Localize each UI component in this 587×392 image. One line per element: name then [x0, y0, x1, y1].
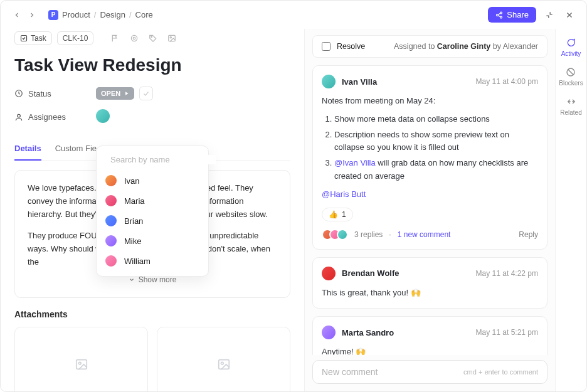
comment-input[interactable] — [322, 367, 463, 377]
svg-point-12 — [170, 37, 171, 38]
assignee-avatar[interactable] — [96, 109, 110, 123]
comment-author: Ivan Villa — [342, 77, 377, 87]
svg-point-17 — [78, 362, 81, 364]
image-button[interactable] — [165, 31, 179, 45]
comment-time: May 11 at 5:21 pm — [476, 328, 538, 337]
breadcrumb-root[interactable]: Product — [62, 10, 90, 19]
play-icon — [124, 91, 129, 96]
chat-icon — [566, 38, 576, 48]
breadcrumb: P Product / Design / Core — [48, 10, 153, 20]
assignee-option-william[interactable]: William — [97, 251, 208, 271]
avatar — [105, 235, 117, 246]
avatar — [322, 75, 336, 88]
resolve-checkbox[interactable] — [322, 42, 331, 51]
tag-button[interactable] — [146, 31, 160, 45]
tab-details[interactable]: Details — [14, 139, 41, 161]
assignee-option-maria[interactable]: Maria — [97, 191, 208, 211]
reply-button[interactable]: Reply — [519, 230, 538, 239]
assignee-option-ivan[interactable]: Ivan — [97, 171, 208, 191]
avatar — [105, 195, 117, 206]
comment-list-item: Show more meta data on collapse sections — [334, 113, 538, 126]
assignee-option-brian[interactable]: Brian — [97, 211, 208, 231]
svg-point-19 — [221, 362, 223, 364]
reply-avatars — [322, 229, 348, 240]
resolve-label: Resolve — [337, 42, 365, 51]
svg-point-8 — [132, 35, 137, 41]
svg-point-1 — [497, 14, 499, 16]
close-button[interactable] — [563, 8, 576, 22]
comment-list-item: Description needs to show some preview t… — [334, 129, 538, 155]
comment-author: Marta Sandro — [342, 328, 394, 337]
task-type-pill[interactable]: Task — [14, 31, 52, 45]
image-placeholder-icon — [217, 358, 231, 371]
svg-point-2 — [500, 16, 502, 18]
svg-line-23 — [568, 70, 573, 75]
svg-rect-18 — [218, 360, 229, 369]
comment-time: May 11 at 4:22 pm — [476, 269, 538, 278]
person-icon — [14, 113, 23, 122]
comment: Marta Sandro May 11 at 5:21 pm Anytime! … — [312, 316, 547, 355]
collapse-button[interactable] — [542, 8, 556, 22]
svg-line-4 — [499, 13, 500, 14]
comment: Ivan Villa May 11 at 4:00 pm Notes from … — [312, 65, 547, 250]
assignee-search-input[interactable] — [110, 155, 216, 164]
assignees-label: Assignees — [14, 112, 96, 122]
svg-point-15 — [18, 114, 21, 117]
assignee-option-mike[interactable]: Mike — [97, 231, 208, 251]
chevron-down-icon — [129, 277, 135, 283]
page-title: Task View Redesign — [14, 55, 290, 75]
rail-related[interactable]: Related — [560, 97, 581, 116]
comment-time: May 11 at 4:00 pm — [476, 77, 538, 86]
svg-point-0 — [500, 12, 502, 14]
block-icon — [566, 67, 576, 77]
svg-point-10 — [151, 36, 152, 38]
share-icon — [495, 11, 503, 19]
tab-custom-fields[interactable]: Custom Fie — [55, 139, 97, 161]
related-icon — [566, 97, 576, 107]
attachments-heading: Attachments — [14, 309, 290, 319]
share-button[interactable]: Share — [488, 7, 536, 23]
mention[interactable]: @Haris Butt — [322, 189, 366, 199]
svg-point-9 — [134, 37, 136, 40]
nav-forward-button[interactable] — [26, 9, 38, 21]
attachment-tile[interactable] — [157, 327, 290, 391]
assignee-search-popover: Ivan Maria Brian Mike William — [96, 146, 209, 277]
mention[interactable]: @Ivan Villa — [334, 158, 376, 167]
nav-back-button[interactable] — [11, 9, 23, 21]
status-icon — [14, 89, 23, 98]
task-check-icon — [20, 34, 28, 42]
composer-hint: cmd + enter to comment — [463, 368, 538, 376]
avatar — [322, 267, 336, 280]
resolve-assignment: Assigned to Caroline Ginty by Alexander — [394, 42, 538, 51]
svg-line-3 — [499, 15, 500, 16]
target-button[interactable] — [127, 31, 141, 45]
status-value-pill[interactable]: OPEN — [96, 87, 134, 100]
svg-marker-14 — [125, 92, 129, 95]
attachment-tile[interactable] — [14, 327, 148, 391]
task-id-pill[interactable]: CLK-10 — [57, 31, 94, 45]
replies-count[interactable]: 3 replies — [354, 230, 383, 239]
rail-activity[interactable]: Activity — [561, 38, 581, 57]
status-complete-button[interactable] — [139, 87, 153, 100]
svg-rect-11 — [169, 35, 176, 41]
resolve-bar: Resolve Assigned to Caroline Ginty by Al… — [312, 35, 547, 58]
avatar — [105, 255, 117, 267]
comment-author: Brendan Wolfe — [342, 268, 399, 278]
new-comment-indicator[interactable]: 1 new comment — [398, 230, 451, 239]
image-placeholder-icon — [75, 358, 88, 371]
comment-list-item: @Ivan Villa will grab data on how many c… — [334, 157, 538, 183]
breadcrumb-root-badge: P — [48, 10, 58, 20]
status-label: Status — [14, 89, 96, 98]
avatar — [105, 215, 117, 226]
breadcrumb-design[interactable]: Design — [100, 10, 125, 19]
svg-rect-16 — [76, 360, 87, 369]
reaction-button[interactable]: 👍1 — [322, 208, 353, 221]
flag-button[interactable] — [108, 31, 122, 45]
rail-blockers[interactable]: Blockers — [559, 67, 583, 87]
breadcrumb-core[interactable]: Core — [135, 10, 153, 19]
avatar — [322, 326, 336, 339]
comment-composer: cmd + enter to comment — [312, 360, 547, 384]
avatar — [105, 175, 117, 186]
comment: Brendan Wolfe May 11 at 4:22 pm This is … — [312, 257, 547, 309]
